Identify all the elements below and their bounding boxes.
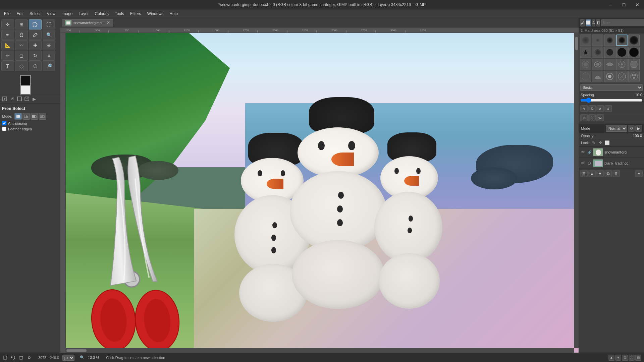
brush-cell-7[interactable] xyxy=(604,47,615,58)
close-button[interactable]: ✕ xyxy=(631,0,644,9)
brush-edit-btn[interactable]: ✎ xyxy=(580,105,588,112)
list-icon[interactable]: ☰ xyxy=(588,114,596,121)
free-select-tool[interactable] xyxy=(29,19,42,29)
erase-tool[interactable]: ◻ xyxy=(15,51,28,61)
status-fit-btn[interactable]: ⊡ xyxy=(622,355,628,361)
menu-select[interactable]: Select xyxy=(27,11,43,17)
brush-cell-row4-3[interactable] xyxy=(604,71,615,82)
menu-windows[interactable]: Windows xyxy=(145,11,166,17)
brush-cell-texture-3[interactable] xyxy=(604,59,615,70)
vertical-scrollbar-thumb[interactable] xyxy=(575,37,578,50)
mode-intersect[interactable] xyxy=(39,113,46,120)
fuzzy-select-tool[interactable] xyxy=(15,30,28,40)
panel-icon-patterns[interactable]: ⬜ xyxy=(586,19,591,26)
measure-tool[interactable]: 📐 xyxy=(1,40,14,50)
brush-cell-1[interactable] xyxy=(580,35,591,46)
menu-help[interactable]: Help xyxy=(167,11,180,17)
mode-subtract[interactable] xyxy=(31,113,38,120)
status-detach-btn[interactable]: ⊟ xyxy=(635,355,641,361)
brush-cell-5[interactable] xyxy=(628,35,640,46)
status-config-btn[interactable] xyxy=(27,355,32,360)
brush-delete-btn[interactable]: ✕ xyxy=(596,105,604,112)
rectangle-select-tool[interactable] xyxy=(43,19,55,29)
layer-item-blank[interactable]: 👁 blank_tradingc xyxy=(579,158,644,169)
horizontal-scrollbar-thumb[interactable] xyxy=(66,349,87,352)
layer-down-btn[interactable]: ▼ xyxy=(596,170,604,177)
redo-icon[interactable] xyxy=(16,96,23,102)
panel-icon-fonts[interactable]: A xyxy=(592,19,595,26)
panel-icon-gradients[interactable]: ◧ xyxy=(596,19,600,26)
spacing-slider[interactable] xyxy=(580,98,643,102)
brush-cell-2[interactable] xyxy=(592,35,603,46)
mode-reset-btn[interactable]: ↺ xyxy=(628,125,635,132)
menu-colours[interactable]: Colours xyxy=(92,11,111,17)
filter-search-input[interactable] xyxy=(601,19,644,26)
panel-icon-brushes[interactable]: 🖌 xyxy=(580,19,585,26)
status-unit-select[interactable]: px xyxy=(62,355,74,361)
crop-tool[interactable]: ⌗ xyxy=(43,51,55,61)
menu-file[interactable]: File xyxy=(1,11,13,17)
mode-more-btn[interactable]: ▶ xyxy=(635,125,642,132)
heal-tool[interactable]: ✚ xyxy=(29,40,42,50)
lock-alpha-btn[interactable]: ⬜ xyxy=(604,140,610,145)
new-layer-group-btn[interactable]: ⊞ xyxy=(580,170,588,177)
brush-cell-row4-1[interactable] xyxy=(580,71,591,82)
canvas-viewport[interactable] xyxy=(66,33,579,353)
layer-item-snowman[interactable]: 👁 🔗 snowmanforgi xyxy=(579,147,644,158)
brush-refresh-btn[interactable]: ↺ xyxy=(604,105,612,112)
layer-up-btn[interactable]: ▲ xyxy=(588,170,596,177)
lock-paint-btn[interactable]: ✎ xyxy=(591,140,596,145)
clone-tool[interactable]: ⊕ xyxy=(43,40,55,50)
antialiasing-checkbox[interactable] xyxy=(2,121,6,125)
brush-tag-select[interactable]: Basic, xyxy=(580,84,643,91)
lock-position-btn[interactable]: ✛ xyxy=(598,140,603,145)
brush-cell-texture-1[interactable] xyxy=(580,59,591,70)
brush-cell-4[interactable] xyxy=(616,35,628,46)
duplicate-layer-btn[interactable]: ⧉ xyxy=(604,170,612,177)
menu-tools[interactable]: Tools xyxy=(112,11,127,17)
horizontal-scrollbar[interactable] xyxy=(66,348,574,353)
brush-cell-texture-2[interactable] xyxy=(592,59,603,70)
undo-icon[interactable]: ↺ xyxy=(9,96,15,102)
perspective-tool[interactable]: ⬡ xyxy=(29,61,42,71)
canvas-tab[interactable]: snowmanforgimp... ✕ xyxy=(62,19,113,26)
maximize-button[interactable]: □ xyxy=(617,0,631,9)
mode-replace[interactable] xyxy=(14,113,22,120)
pencil-tool[interactable]: ✏ xyxy=(1,51,14,61)
brush-cell-row4-4[interactable] xyxy=(616,71,628,82)
delete-layer-btn[interactable]: 🗑 xyxy=(612,170,620,177)
text-tool[interactable]: T xyxy=(1,61,14,71)
minimize-button[interactable]: – xyxy=(604,0,617,9)
status-expand-btn[interactable]: ⛶ xyxy=(629,355,635,361)
menu-view[interactable]: View xyxy=(44,11,58,17)
menu-image[interactable]: Image xyxy=(59,11,75,17)
brush-cell-row4-5[interactable] xyxy=(628,71,640,82)
brush-cell-8[interactable] xyxy=(616,47,628,58)
brush-cell-row4-2[interactable] xyxy=(592,71,603,82)
feather-checkbox[interactable] xyxy=(2,127,6,131)
move-tool[interactable]: ✛ xyxy=(1,19,14,29)
add-layer-btn[interactable]: + xyxy=(635,170,643,177)
brush-cell-3[interactable] xyxy=(604,35,615,46)
brush-cell-texture-5[interactable] xyxy=(628,59,640,70)
zoom-tool[interactable]: 🔍 xyxy=(43,30,55,40)
brush-cell-texture-4[interactable] xyxy=(616,59,628,70)
layer-visibility-blank[interactable]: 👁 xyxy=(580,161,586,166)
config-icon[interactable]: ▶ xyxy=(31,96,38,102)
brush-cell-6[interactable] xyxy=(592,47,603,58)
brush-duplicate-btn[interactable]: ⧉ xyxy=(588,105,596,112)
status-save-icon[interactable] xyxy=(3,355,7,360)
status-nav-up[interactable]: ▲ xyxy=(608,355,614,361)
layer-link-snowman[interactable]: 🔗 xyxy=(587,150,592,155)
rotate-tool[interactable]: ↻ xyxy=(29,51,42,61)
layers-mode-select[interactable]: Normal xyxy=(606,125,627,132)
status-delete-btn[interactable] xyxy=(19,355,23,360)
layer-settings-blank[interactable] xyxy=(587,161,592,166)
align-tool[interactable]: ⊞ xyxy=(15,19,28,29)
status-nav-down[interactable]: ▼ xyxy=(615,355,621,361)
view-icon[interactable]: ⊞ xyxy=(580,114,588,121)
brush-cell-star[interactable]: ★ xyxy=(580,47,591,58)
tab-close-button[interactable]: ✕ xyxy=(107,20,110,25)
paths-tool[interactable]: ✒ xyxy=(1,30,14,40)
brush-cell-9[interactable] xyxy=(628,47,640,58)
